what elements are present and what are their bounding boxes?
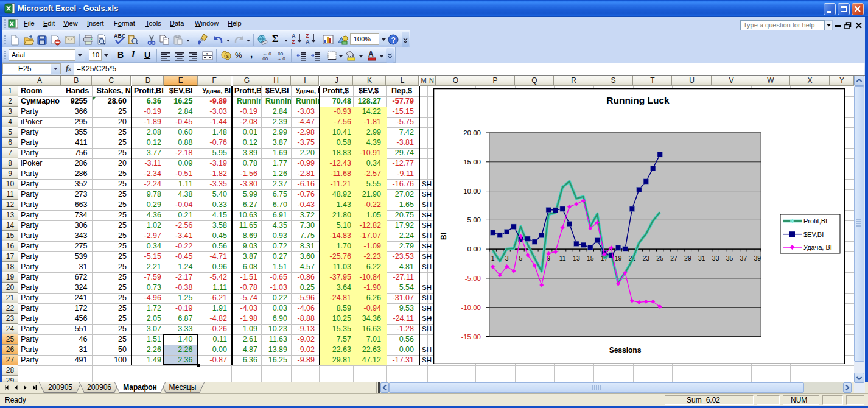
svg-text:27: 27 bbox=[670, 255, 677, 262]
svg-text:23: 23 bbox=[642, 255, 649, 262]
svg-text:Profit,BI: Profit,BI bbox=[803, 217, 827, 225]
svg-text:11: 11 bbox=[559, 255, 566, 262]
svg-text:A: A bbox=[368, 50, 374, 58]
svg-text:.00: .00 bbox=[261, 56, 268, 62]
svg-text:5: 5 bbox=[519, 255, 523, 262]
svg-text:Z: Z bbox=[306, 33, 309, 39]
svg-text:-10.00: -10.00 bbox=[461, 304, 481, 311]
svg-text:1: 1 bbox=[491, 255, 495, 262]
svg-text:$EV,BI: $EV,BI bbox=[803, 231, 824, 238]
svg-text:A: A bbox=[306, 39, 310, 45]
svg-text:25: 25 bbox=[656, 255, 663, 262]
svg-text:20.00: 20.00 bbox=[463, 129, 481, 136]
svg-text:Running Luck: Running Luck bbox=[606, 95, 670, 105]
svg-text:→.0: →.0 bbox=[276, 56, 285, 62]
svg-text:35: 35 bbox=[726, 255, 733, 262]
svg-text:?: ? bbox=[391, 36, 396, 44]
svg-text:5.00: 5.00 bbox=[467, 216, 481, 223]
svg-text:-5.00: -5.00 bbox=[465, 275, 481, 282]
svg-text:29: 29 bbox=[684, 255, 691, 262]
svg-text:Sessions: Sessions bbox=[609, 346, 642, 354]
svg-text:ABC: ABC bbox=[114, 33, 126, 39]
svg-text:Σ: Σ bbox=[272, 33, 278, 44]
svg-text:Z: Z bbox=[292, 39, 295, 45]
svg-text:BI: BI bbox=[439, 233, 448, 240]
svg-text:13: 13 bbox=[573, 255, 580, 262]
svg-text:0.00: 0.00 bbox=[467, 245, 481, 253]
svg-text:15.00: 15.00 bbox=[463, 158, 481, 166]
svg-text:$: $ bbox=[226, 54, 229, 59]
svg-text:15: 15 bbox=[587, 255, 594, 262]
svg-text:31: 31 bbox=[698, 255, 705, 262]
svg-text:3: 3 bbox=[505, 255, 509, 262]
svg-text:19: 19 bbox=[615, 255, 622, 262]
svg-text:-15.00: -15.00 bbox=[461, 333, 481, 340]
svg-text:39: 39 bbox=[754, 255, 761, 262]
svg-text:37: 37 bbox=[740, 255, 747, 262]
svg-text:33: 33 bbox=[712, 255, 719, 262]
svg-text:a: a bbox=[206, 52, 208, 56]
svg-text:10.00: 10.00 bbox=[463, 188, 481, 195]
svg-text:A: A bbox=[292, 33, 296, 39]
svg-text:Удача, BI: Удача, BI bbox=[803, 244, 832, 251]
